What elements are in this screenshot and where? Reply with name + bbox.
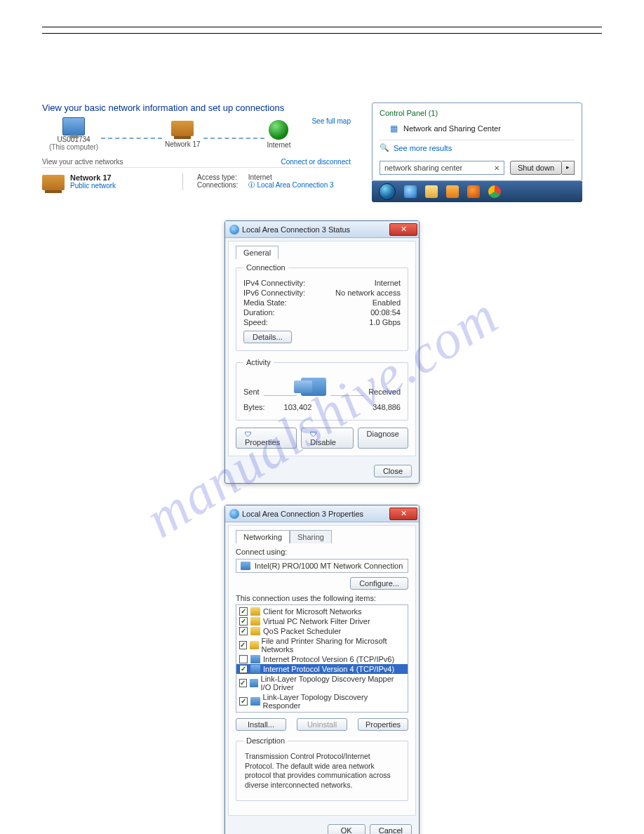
connection-status-dialog: Local Area Connection 3 Status ✕ General… bbox=[224, 220, 420, 484]
bytes-sent: 103,402 bbox=[284, 403, 312, 411]
dialog-icon bbox=[229, 509, 239, 519]
diagnose-button[interactable]: Diagnose bbox=[358, 428, 408, 449]
item-label: File and Printer Sharing for Microsoft N… bbox=[262, 637, 405, 654]
item-properties-button[interactable]: Properties bbox=[358, 718, 408, 731]
clear-search-icon[interactable]: ✕ bbox=[494, 164, 499, 172]
network-items-list[interactable]: Client for Microsoft NetworksVirtual PC … bbox=[236, 604, 408, 713]
close-button[interactable]: ✕ bbox=[389, 223, 417, 236]
checkbox[interactable] bbox=[239, 655, 248, 663]
item-label: Internet Protocol Version 6 (TCP/IPv6) bbox=[263, 655, 394, 663]
checkbox[interactable] bbox=[239, 697, 248, 706]
connect-using-label: Connect using: bbox=[236, 548, 408, 556]
checkbox[interactable] bbox=[239, 641, 247, 649]
chrome-icon[interactable] bbox=[488, 185, 501, 198]
protocol-icon bbox=[250, 617, 260, 626]
search-result-item[interactable]: ▦ Network and Sharing Center bbox=[380, 121, 575, 140]
install-button[interactable]: Install... bbox=[236, 718, 286, 731]
list-item[interactable]: Internet Protocol Version 4 (TCP/IPv4) bbox=[236, 664, 408, 674]
start-menu-search-panel: Control Panel (1) ▦ Network and Sharing … bbox=[372, 102, 582, 202]
list-item[interactable]: Client for Microsoft Networks bbox=[236, 607, 408, 616]
start-orb-icon[interactable] bbox=[379, 183, 396, 200]
checkbox[interactable] bbox=[239, 665, 248, 673]
protocol-icon bbox=[250, 641, 259, 649]
protocol-icon bbox=[250, 607, 260, 616]
shutdown-menu-arrow-icon[interactable]: ▸ bbox=[562, 161, 575, 175]
item-label: Internet Protocol Version 4 (TCP/IPv4) bbox=[263, 665, 394, 673]
network-sharing-center-panel: View your basic network information and … bbox=[42, 102, 351, 190]
list-item[interactable]: Link-Layer Topology Discovery Mapper I/O… bbox=[236, 674, 408, 692]
tab-sharing[interactable]: Sharing bbox=[290, 530, 332, 543]
panel-title: View your basic network information and … bbox=[42, 102, 351, 113]
item-label: Link-Layer Topology Discovery Mapper I/O… bbox=[261, 675, 405, 691]
configure-button[interactable]: Configure... bbox=[350, 577, 408, 590]
checkbox[interactable] bbox=[239, 627, 248, 635]
tab-general[interactable]: General bbox=[236, 246, 279, 259]
checkbox[interactable] bbox=[239, 607, 248, 616]
list-item[interactable]: Link-Layer Topology Discovery Responder bbox=[236, 692, 408, 710]
connections-label: Connections: bbox=[197, 181, 246, 189]
uninstall-button[interactable]: Uninstall bbox=[297, 718, 347, 731]
close-button[interactable]: ✕ bbox=[389, 508, 417, 520]
list-item[interactable]: File and Printer Sharing for Microsoft N… bbox=[236, 636, 408, 654]
link-line bbox=[101, 138, 162, 139]
explorer-icon[interactable] bbox=[425, 185, 438, 198]
cancel-button[interactable]: Cancel bbox=[370, 824, 412, 834]
activity-icon bbox=[301, 378, 326, 396]
network-sharing-icon: ▦ bbox=[388, 123, 399, 134]
close-button[interactable]: Close bbox=[374, 465, 412, 477]
list-item[interactable]: QoS Packet Scheduler bbox=[236, 626, 408, 636]
node-this-computer: US001734 (This computer) bbox=[49, 117, 98, 151]
item-label: Virtual PC Network Filter Driver bbox=[263, 617, 370, 626]
protocol-icon bbox=[250, 627, 260, 635]
search-input[interactable]: network sharing center ✕ bbox=[380, 161, 504, 175]
access-type-label: Access type: bbox=[197, 173, 246, 181]
received-label: Received bbox=[368, 388, 401, 396]
properties-button[interactable]: Properties bbox=[236, 428, 297, 449]
nic-icon bbox=[241, 562, 250, 570]
active-networks-label: View your active networks bbox=[42, 158, 123, 166]
bytes-received: 348,886 bbox=[373, 403, 401, 411]
header-rule-1 bbox=[42, 27, 602, 27]
link-line bbox=[203, 138, 264, 139]
adapter-box: Intel(R) PRO/1000 MT Network Connection bbox=[236, 559, 408, 573]
access-type-value: Internet bbox=[248, 173, 272, 181]
connect-disconnect-link[interactable]: Connect or disconnect bbox=[281, 158, 351, 166]
bench-icon bbox=[42, 175, 65, 190]
item-label: Client for Microsoft Networks bbox=[263, 607, 362, 616]
protocol-icon bbox=[250, 655, 260, 663]
dialog-title: Local Area Connection 3 Properties bbox=[242, 510, 363, 518]
network-name: Network 17 bbox=[70, 173, 116, 182]
control-panel-heading: Control Panel (1) bbox=[380, 109, 575, 117]
protocol-icon bbox=[250, 679, 258, 687]
protocol-icon bbox=[250, 665, 260, 673]
description-text: Transmission Control Protocol/Internet P… bbox=[243, 750, 401, 793]
computer-icon bbox=[62, 117, 85, 135]
ok-button[interactable]: OK bbox=[328, 824, 365, 834]
item-label: QoS Packet Scheduler bbox=[263, 627, 341, 635]
globe-icon bbox=[269, 120, 288, 140]
header-rule-2 bbox=[42, 33, 602, 34]
list-item[interactable]: Internet Protocol Version 6 (TCP/IPv6) bbox=[236, 654, 408, 664]
taskbar bbox=[372, 181, 582, 202]
see-more-results-link[interactable]: 🔍See more results bbox=[380, 140, 575, 155]
network-type-link[interactable]: Public network bbox=[70, 182, 116, 190]
media-player-icon[interactable] bbox=[446, 185, 459, 198]
dialog-title: Local Area Connection 3 Status bbox=[242, 225, 350, 234]
sent-label: Sent bbox=[243, 388, 260, 396]
details-button[interactable]: Details... bbox=[243, 331, 292, 343]
connection-group: Connection IPv4 Connectivity:Internet IP… bbox=[236, 263, 408, 351]
tab-networking[interactable]: Networking bbox=[236, 530, 290, 543]
list-item[interactable]: Virtual PC Network Filter Driver bbox=[236, 616, 408, 626]
uses-items-label: This connection uses the following items… bbox=[236, 594, 408, 602]
firefox-icon[interactable] bbox=[467, 185, 480, 198]
node-network: Network 17 bbox=[165, 121, 201, 148]
ie-icon[interactable] bbox=[404, 185, 417, 198]
shutdown-button[interactable]: Shut down ▸ bbox=[510, 161, 575, 175]
disable-button[interactable]: Disable bbox=[301, 428, 353, 449]
connection-properties-dialog: Local Area Connection 3 Properties ✕ Net… bbox=[224, 505, 420, 834]
see-full-map-link[interactable]: See full map bbox=[311, 117, 351, 125]
connection-link[interactable]: Local Area Connection 3 bbox=[257, 181, 334, 189]
checkbox[interactable] bbox=[239, 679, 247, 687]
checkbox[interactable] bbox=[239, 617, 248, 626]
item-label: Link-Layer Topology Discovery Responder bbox=[263, 693, 405, 710]
